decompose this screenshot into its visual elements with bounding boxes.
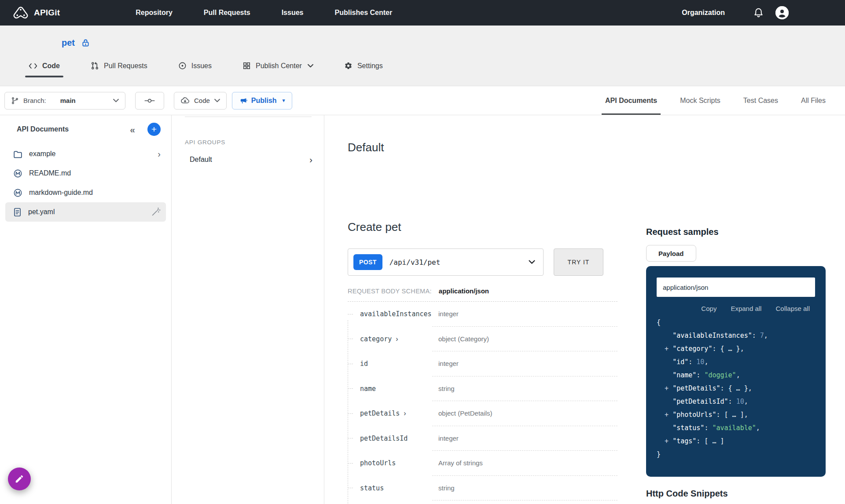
- main-nav: Repository Pull Requests Issues Publishe…: [136, 9, 392, 17]
- schema-field-id: id integer: [348, 351, 617, 376]
- api-groups-panel: API GROUPS Default ›: [172, 115, 324, 504]
- file-name: markdown-guide.md: [29, 189, 93, 197]
- view-tab-all-files[interactable]: All Files: [801, 86, 826, 115]
- collapse-sidebar-icon[interactable]: «: [130, 125, 135, 134]
- group-chevron-icon: ›: [309, 154, 312, 165]
- publish-center-icon: [242, 62, 251, 70]
- nav-item-pull-requests[interactable]: Pull Requests: [204, 9, 250, 17]
- view-tab-api-documents[interactable]: API Documents: [605, 86, 657, 115]
- view-tab-test-cases[interactable]: Test Cases: [743, 86, 778, 115]
- code-line: + "petDetails": { … },: [657, 382, 815, 395]
- repo-title-row: pet: [0, 26, 845, 48]
- content-type-input[interactable]: [657, 278, 815, 297]
- issues-icon: [178, 62, 187, 70]
- field-type: integer: [432, 302, 617, 327]
- code-chevron-icon: [214, 99, 220, 102]
- endpoint-chevron-icon: [529, 260, 535, 264]
- payload-code[interactable]: { "availableInstances": 7, + "category":…: [657, 316, 815, 461]
- repo-title-link[interactable]: pet: [62, 38, 75, 48]
- expand-all-action[interactable]: Expand all: [731, 305, 761, 312]
- try-it-button[interactable]: TRY IT: [554, 248, 603, 276]
- tab-issues[interactable]: Publish Center Issues: [175, 62, 215, 77]
- expand-field-icon[interactable]: ›: [404, 409, 406, 417]
- publish-button[interactable]: Publish ▾: [232, 92, 292, 110]
- expand-field-icon[interactable]: ›: [396, 335, 398, 343]
- magic-wand-icon[interactable]: [151, 207, 161, 217]
- file-row-readme[interactable]: README.md: [5, 164, 166, 183]
- schema-field-availableInstances: availableInstances integer: [348, 302, 617, 327]
- sidebar-title: API Documents: [17, 125, 69, 133]
- tab-publish-center[interactable]: Publish Center: [239, 62, 317, 77]
- schema-field-petDetails[interactable]: petDetails› object (PetDetails): [348, 401, 617, 426]
- code-download-button[interactable]: Code: [174, 92, 227, 110]
- branch-chevron-icon: [113, 99, 119, 102]
- notifications-bell-icon[interactable]: [753, 7, 764, 18]
- megaphone-icon: [239, 97, 247, 105]
- nav-item-issues[interactable]: Issues: [282, 9, 304, 17]
- schema-fields: availableInstances integer category› obj…: [348, 302, 617, 500]
- field-type: object (PetDetails): [432, 401, 617, 426]
- schema-label: REQUEST BODY SCHEMA:: [348, 288, 432, 295]
- request-samples-title: Request samples: [646, 227, 826, 237]
- file-row-pet-yaml[interactable]: pet.yaml: [5, 202, 166, 222]
- code-line: + "category": { … },: [657, 342, 815, 355]
- field-type: Array of strings: [432, 451, 617, 476]
- nav-right-group: Organization: [682, 6, 845, 19]
- code-line: {: [657, 316, 815, 329]
- copy-action[interactable]: Copy: [701, 305, 716, 312]
- schema-field-petDetailsId: petDetailsId integer: [348, 426, 617, 451]
- field-type: string: [432, 376, 617, 402]
- file-name: pet.yaml: [28, 208, 55, 216]
- publish-button-label: Publish: [251, 97, 277, 105]
- view-tab-mock-scripts[interactable]: Mock Scripts: [680, 86, 720, 115]
- view-tabs: API Documents Mock Scripts Test Cases Al…: [605, 86, 826, 115]
- code-line: "id": 10,: [657, 355, 815, 369]
- tab-settings[interactable]: Settings: [341, 62, 386, 77]
- edit-fab-button[interactable]: [8, 467, 31, 490]
- collapse-all-action[interactable]: Collapse all: [775, 305, 810, 312]
- pull-request-icon: [91, 62, 99, 70]
- markdown-file-icon: [13, 169, 22, 178]
- endpoint-row: POST /api/v31/pet TRY IT: [348, 248, 617, 276]
- pencil-icon: [15, 474, 24, 484]
- file-row-markdown-guide[interactable]: markdown-guide.md: [5, 183, 166, 202]
- app-logo[interactable]: APIGit: [13, 6, 60, 19]
- apigit-logo-icon: [13, 6, 28, 19]
- file-list: example › README.md markdown-guide.md: [0, 144, 171, 222]
- brand-name: APIGit: [34, 8, 60, 18]
- nav-item-publishes-center[interactable]: Publishes Center: [334, 9, 392, 17]
- schema-field-status: status string: [348, 476, 617, 501]
- publish-caret-icon: ▾: [283, 98, 285, 103]
- code-line: }: [657, 448, 815, 461]
- repository-header: pet Code Pull Requests: [0, 26, 845, 86]
- add-file-button[interactable]: +: [147, 123, 161, 136]
- expand-folder-icon[interactable]: ›: [158, 149, 161, 159]
- request-body-schema-header: REQUEST BODY SCHEMA: application/json: [348, 287, 617, 302]
- private-lock-icon: [81, 38, 90, 47]
- code-icon: [29, 62, 37, 69]
- code-line: "name": "doggie",: [657, 369, 815, 382]
- payload-tab-button[interactable]: Payload: [646, 245, 696, 262]
- code-line: "availableInstances": 7,: [657, 329, 815, 342]
- api-group-default[interactable]: Default ›: [172, 154, 324, 165]
- branch-selector[interactable]: Branch: main: [4, 92, 125, 110]
- payload-sample-panel: Copy Expand all Collapse all { "availabl…: [646, 266, 826, 477]
- operation-column: Default Create pet POST /api/v31/pet TRY…: [348, 115, 617, 500]
- api-groups-section-label: API GROUPS: [172, 139, 324, 146]
- schema-field-category[interactable]: category› object (Category): [348, 327, 617, 352]
- endpoint-selector[interactable]: POST /api/v31/pet: [348, 248, 544, 276]
- tab-code[interactable]: Code: [25, 62, 63, 77]
- user-avatar[interactable]: [775, 6, 789, 19]
- branch-label: Branch:: [23, 97, 46, 104]
- nav-item-organization[interactable]: Organization: [682, 9, 725, 17]
- commits-button[interactable]: [135, 92, 164, 110]
- file-name: README.md: [29, 169, 71, 177]
- yaml-file-icon: [13, 208, 22, 217]
- tab-pull-requests[interactable]: Pull Requests: [87, 62, 151, 77]
- file-sidebar: API Documents « + example › README.md: [0, 115, 172, 504]
- cloud-download-icon: [180, 97, 190, 104]
- content-area: API Documents « + example › README.md: [0, 115, 845, 504]
- code-line: "petDetailsId": 10,: [657, 395, 815, 408]
- nav-item-repository[interactable]: Repository: [136, 9, 173, 17]
- file-row-example[interactable]: example ›: [5, 144, 166, 164]
